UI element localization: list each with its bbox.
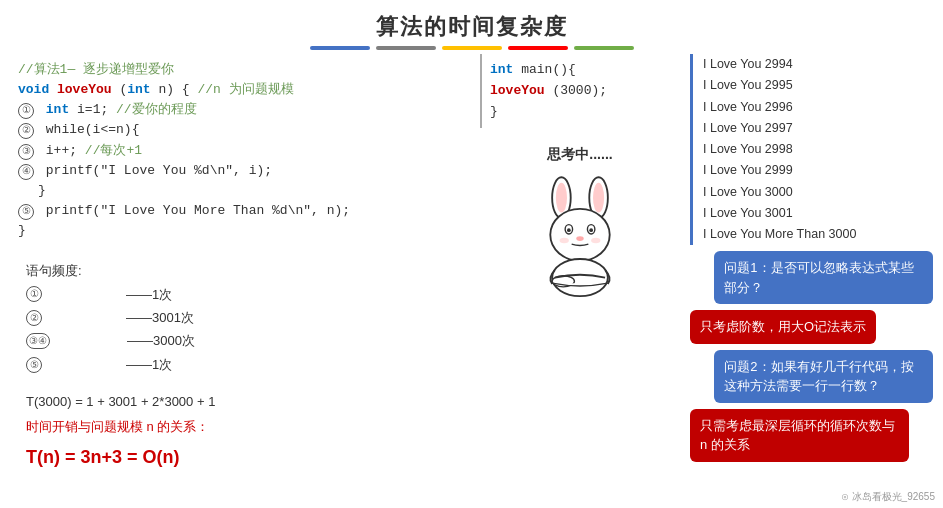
circle-2: ②	[18, 123, 34, 139]
main-content: //算法1— 逐步递增型爱你 void loveYou (int n) { //…	[0, 54, 943, 502]
code-comment-2: //n 为问题规模	[197, 82, 293, 97]
watermark: ⊙ 冰岛看极光_92655	[841, 490, 935, 504]
output-item-7: I Love You 3001	[703, 203, 856, 224]
freq-circle-1: ①	[26, 286, 42, 302]
underline-3	[442, 46, 502, 50]
chat-q1-text: 问题1：是否可以忽略表达式某些部分？	[724, 260, 913, 295]
output-item-2: I Love You 2996	[703, 97, 856, 118]
output-item-6: I Love You 3000	[703, 182, 856, 203]
main-sig: main(){	[521, 62, 576, 77]
formula-big: T(n) = 3n+3 = O(n)	[26, 440, 454, 474]
freq-value-5: ——1次	[126, 353, 172, 376]
comment-love: //爱你的程度	[116, 102, 197, 117]
formula-block: T(3000) = 1 + 3001 + 2*3000 + 1 时间开销与问题规…	[10, 388, 470, 476]
kw-void: void	[18, 82, 57, 97]
output-item-0: I Love You 2994	[703, 54, 856, 75]
svg-point-4	[550, 209, 609, 261]
chat-section: 问题1：是否可以忽略表达式某些部分？ 只考虑阶数，用大O记法表示 问题2：如果有…	[690, 251, 933, 502]
main-close: }	[490, 104, 498, 119]
printf-1: printf("I Love You %d\n", i);	[46, 163, 272, 178]
frequency-block: 语句频度: ① ——1次 ② ——3001次 ③④ ——3000次 ⑤ ——1次	[10, 255, 470, 380]
chat-q2-text: 问题2：如果有好几千行代码，按这种方法需要一行一行数？	[724, 359, 913, 394]
underline-4	[508, 46, 568, 50]
code-block-right: int main(){ loveYou (3000); }	[480, 54, 680, 128]
code-block-left: //算法1— 逐步递增型爱你 void loveYou (int n) { //…	[10, 54, 470, 247]
left-panel: //算法1— 逐步递增型爱你 void loveYou (int n) { //…	[10, 54, 470, 502]
formula-eq: T(3000) = 1 + 3001 + 2*3000 + 1	[26, 390, 454, 415]
code-param2: n) {	[151, 82, 190, 97]
func-loveYou: loveYou	[57, 82, 112, 97]
chat-bubble-q2: 问题2：如果有好几千行代码，按这种方法需要一行一行数？	[714, 350, 933, 403]
circle-4: ④	[18, 164, 34, 180]
chat-bubble-a1: 只考虑阶数，用大O记法表示	[690, 310, 876, 344]
output-item-4: I Love You 2998	[703, 139, 856, 160]
increment: i++;	[46, 143, 77, 158]
var-i: i=1;	[77, 102, 108, 117]
call-args: (3000);	[552, 83, 607, 98]
svg-point-10	[560, 238, 569, 244]
output-list: I Love You 2994 I Love You 2995 I Love Y…	[690, 54, 856, 245]
freq-circle-2: ②	[26, 310, 42, 326]
output-item-1: I Love You 2995	[703, 75, 856, 96]
comment-inc: //每次+1	[85, 143, 142, 158]
freq-value-1: ——1次	[126, 283, 172, 306]
title-underlines	[0, 46, 943, 50]
svg-point-11	[591, 238, 600, 244]
freq-title: 语句频度:	[26, 259, 454, 282]
kw-int2: int	[46, 102, 69, 117]
freq-circle-5: ⑤	[26, 357, 42, 373]
svg-point-9	[576, 237, 583, 242]
freq-value-2: ——3001次	[126, 306, 194, 329]
output-item-8: I Love You More Than 3000	[703, 224, 856, 245]
output-item-3: I Love You 2997	[703, 118, 856, 139]
brace-close: }	[38, 183, 46, 198]
freq-row-34: ③④ ——3000次	[26, 329, 454, 352]
thinking-text: 思考中......	[547, 146, 612, 164]
right-panel: I Love You 2994 I Love You 2995 I Love Y…	[690, 54, 933, 502]
circle-1: ①	[18, 103, 34, 119]
freq-row-5: ⑤ ——1次	[26, 353, 454, 376]
freq-value-34: ——3000次	[127, 329, 195, 352]
underline-1	[310, 46, 370, 50]
rabbit-area: 思考中......	[480, 146, 680, 298]
underline-2	[376, 46, 436, 50]
svg-point-2	[556, 183, 567, 213]
freq-row-2: ② ——3001次	[26, 306, 454, 329]
freq-circle-34: ③④	[26, 333, 50, 349]
svg-point-8	[589, 229, 593, 233]
chat-bubble-a2: 只需考虑最深层循环的循环次数与 n 的关系	[690, 409, 909, 462]
printf-2: printf("I Love You More Than %d\n", n);	[46, 203, 350, 218]
code-comment-1: //算法1— 逐步递增型爱你	[18, 62, 174, 77]
svg-point-7	[567, 229, 571, 233]
kw-int: int	[127, 82, 150, 97]
formula-relation: 时间开销与问题规模 n 的关系：	[26, 415, 454, 440]
kw-int-main: int	[490, 62, 513, 77]
page-title: 算法的时间复杂度	[0, 12, 943, 42]
underline-5	[574, 46, 634, 50]
chat-bubble-q1: 问题1：是否可以忽略表达式某些部分？	[714, 251, 933, 304]
chat-a1-text: 只考虑阶数，用大O记法表示	[700, 319, 866, 334]
svg-point-3	[593, 183, 604, 213]
rabbit-image	[525, 168, 635, 298]
freq-row-1: ① ——1次	[26, 283, 454, 306]
middle-panel: int main(){ loveYou (3000); } 思考中......	[480, 54, 680, 502]
chat-a2-text: 只需考虑最深层循环的循环次数与 n 的关系	[700, 418, 895, 453]
circle-5: ⑤	[18, 204, 34, 220]
brace-close-2: }	[18, 223, 26, 238]
output-section: I Love You 2994 I Love You 2995 I Love Y…	[690, 54, 933, 245]
while-line: while(i<=n){	[46, 122, 140, 137]
circle-3: ③	[18, 144, 34, 160]
func-call: loveYou	[490, 83, 545, 98]
output-item-5: I Love You 2999	[703, 160, 856, 181]
title-section: 算法的时间复杂度	[0, 0, 943, 50]
